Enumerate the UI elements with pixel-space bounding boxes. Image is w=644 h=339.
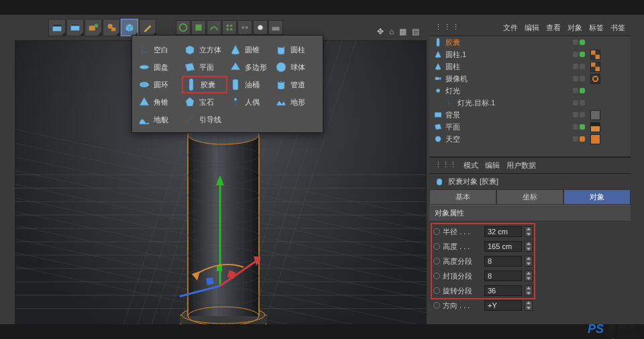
array-icon[interactable] [222,20,237,35]
pen-icon[interactable] [139,19,156,36]
param-value[interactable]: +Y [484,300,522,311]
views-icon[interactable]: ▤ [412,27,419,36]
attr-menu-userdata[interactable]: 用户数据 [506,160,536,171]
light-icon[interactable] [253,20,268,35]
svg-point-15 [246,26,248,29]
primitive-pyramid[interactable]: 角锥 [136,93,182,111]
obj-menu-objects[interactable]: 对象 [568,23,582,33]
hierarchy-row[interactable]: 灯光 [429,85,631,97]
dropdown-icon[interactable] [525,300,533,311]
hierarchy-name[interactable]: 平面 [445,122,545,132]
primitive-polygon[interactable]: 多边形 [227,58,273,76]
visibility-dots[interactable] [547,64,585,69]
hierarchy-row[interactable]: 圆柱 [429,60,631,72]
primitive-oiltank[interactable]: 油桶 [227,76,273,93]
hierarchy-name[interactable]: 圆柱 [445,62,545,72]
film-icon[interactable] [66,19,84,36]
obj-menu-tags[interactable]: 标签 [589,23,604,33]
add-key-icon[interactable] [85,19,102,36]
tab-basic[interactable]: 基本 [429,189,496,205]
primitive-torus[interactable]: 圆环 [136,76,182,93]
tab-coord[interactable]: 坐标 [496,189,564,205]
camera-icon[interactable] [237,20,252,35]
tags-cell[interactable] [590,62,631,72]
tags-cell[interactable] [590,134,631,144]
hierarchy-row[interactable]: 胶囊 [429,36,631,48]
param-value[interactable]: 165 cm [484,241,522,252]
tags-cell[interactable] [590,74,631,84]
primitive-tube[interactable]: 管道 [273,76,319,93]
param-spinner[interactable] [525,271,533,281]
hierarchy-row[interactable]: 平面 [429,121,631,133]
visibility-dots[interactable] [547,124,585,130]
primitive-plane[interactable]: 平面 [182,58,227,76]
move-icon[interactable]: ✥ [377,27,384,36]
obj-menu-edit[interactable]: 编辑 [525,23,539,33]
hierarchy-name[interactable]: 背景 [445,110,545,120]
param-spinner[interactable] [525,241,533,252]
hierarchy-name[interactable]: 天空 [445,134,545,144]
primitive-figure[interactable]: 人偶 [227,93,273,111]
hierarchy-name[interactable]: 灯光 [445,86,545,96]
param-spinner[interactable] [525,226,533,237]
scene-icon[interactable] [268,20,283,35]
gear-film-icon[interactable] [103,19,120,36]
primitive-cylinder[interactable]: 圆柱 [273,41,319,58]
hierarchy-name[interactable]: 灯光.目标.1 [458,98,545,108]
hierarchy-name[interactable]: 摄像机 [445,74,545,84]
tags-cell[interactable] [590,50,631,60]
primitive-cone[interactable]: 圆锥 [227,41,273,58]
attr-menu-edit[interactable]: 编辑 [485,160,500,171]
visibility-dots[interactable] [547,112,585,117]
primitive-relief[interactable]: 地貌 [136,111,182,128]
clapper-icon[interactable] [48,19,66,36]
primitive-guide[interactable]: 引导线 [182,111,227,128]
tab-object[interactable]: 对象 [564,189,631,205]
visibility-dots[interactable] [547,52,585,57]
home-icon[interactable]: ⌂ [389,27,394,36]
menu-dots[interactable]: ⋮⋮⋮ [435,160,457,171]
primitive-null[interactable]: 空白 [136,41,182,58]
param-spinner[interactable] [525,285,533,296]
obj-menu-bookmarks[interactable]: 书签 [610,23,625,33]
deformer-icon[interactable] [207,20,221,35]
primitive-platonic[interactable]: 宝石 [182,93,227,111]
cube-primitive-icon[interactable] [121,19,138,36]
menu-dots[interactable]: ⋮⋮⋮ [435,23,461,33]
primitive-sphere[interactable]: 球体 [273,58,319,76]
tags-cell[interactable] [590,110,631,120]
transform-gizmo[interactable] [180,172,260,313]
hierarchy-name[interactable]: 胶囊 [445,38,545,48]
visibility-dots[interactable] [547,40,585,45]
param-value[interactable]: 32 cm [484,226,522,237]
obj-menu-file[interactable]: 文件 [503,23,518,33]
hierarchy-name[interactable]: 圆柱.1 [445,50,545,60]
tags-cell[interactable] [590,122,631,132]
visibility-dots[interactable] [547,76,585,81]
hierarchy-row[interactable]: 背景 [429,109,631,121]
obj-menu-view[interactable]: 查看 [546,23,561,33]
visibility-dots[interactable] [547,100,585,105]
primitive-capsule[interactable]: 胶囊 [182,76,227,93]
grid-icon[interactable]: ▦ [399,27,407,36]
hierarchy-row[interactable]: 摄像机 [429,72,631,85]
hierarchy-row[interactable]: 灯光.目标.1 [429,97,631,109]
param-value[interactable]: 8 [484,271,522,281]
param-spinner[interactable] [525,256,533,267]
attr-menu-mode[interactable]: 模式 [464,160,478,171]
hierarchy-row[interactable]: 圆柱.1 [429,48,631,60]
sphere-icon [274,60,288,74]
primitive-label: 管道 [290,80,305,90]
hierarchy-row[interactable]: 天空 [429,133,631,145]
primitive-cube[interactable]: 立方体 [182,41,227,58]
visibility-dots[interactable] [547,136,585,142]
object-hierarchy[interactable]: 胶囊圆柱.1圆柱摄像机灯光灯光.目标.1背景平面天空 [429,36,631,157]
param-value[interactable]: 36 [484,285,522,296]
nurbs-icon[interactable] [191,20,206,35]
param-value[interactable]: 8 [484,256,522,267]
plane-icon [433,122,443,132]
primitive-landscape[interactable]: 地形 [273,93,319,111]
visibility-dots[interactable] [547,88,585,93]
spline-icon[interactable] [176,20,191,35]
primitive-disc[interactable]: 圆盘 [136,58,182,76]
